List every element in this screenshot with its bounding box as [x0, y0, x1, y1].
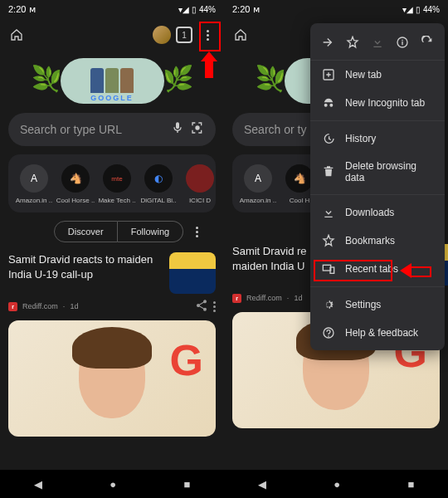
gear-icon — [322, 298, 335, 311]
google-doodle-area[interactable]: 🌿 🌿 GOOGLE — [0, 51, 224, 110]
laurel-icon: 🌿 — [163, 64, 184, 97]
shortcut-item[interactable]: mteMake Tech .. — [96, 164, 138, 204]
status-bar: 2:20 ᴍ ▾◢ ▯ 44% — [224, 0, 448, 18]
help-icon — [322, 326, 335, 339]
search-field[interactable]: Search or type URL — [8, 113, 216, 146]
home-icon — [234, 28, 247, 42]
menu-divider — [310, 194, 445, 195]
search-placeholder: Search or type URL — [20, 123, 164, 136]
article-source: Rediff.com — [22, 302, 58, 310]
download-icon — [322, 206, 335, 219]
system-nav-bar: ◀ ● ■ — [224, 470, 448, 498]
tab-following[interactable]: Following — [118, 221, 183, 242]
nav-home-button[interactable]: ● — [334, 478, 340, 491]
home-icon — [10, 28, 23, 42]
nav-back-button[interactable]: ◀ — [34, 478, 42, 491]
home-button[interactable] — [7, 25, 27, 45]
feed-more-button[interactable] — [190, 227, 203, 237]
shortcut-icon: ◐ — [144, 164, 173, 193]
menu-delete-data[interactable]: Delete browsing data — [310, 153, 445, 191]
menu-divider — [310, 286, 445, 287]
shortcut-item[interactable]: 🐴Cool Horse .. — [55, 164, 96, 204]
profile-avatar[interactable] — [153, 26, 171, 44]
menu-new-tab[interactable]: New tab — [310, 61, 445, 89]
feed-tabs: Discover Following — [8, 221, 216, 242]
phone-screenshot-left: 2:20 ᴍ ▾◢ ▯ 44% 1 🌿 🌿 GOOGLE Search or t… — [0, 0, 224, 498]
laurel-icon: 🌿 — [41, 64, 62, 97]
battery-icon: ▯ — [416, 5, 421, 14]
nav-home-button[interactable]: ● — [110, 478, 116, 491]
shortcuts-panel: AAmazon.in .. 🐴Cool Horse .. mteMake Tec… — [8, 154, 216, 212]
shortcut-icon — [186, 164, 214, 193]
source-favicon: r — [232, 294, 241, 303]
refresh-button[interactable] — [418, 33, 436, 51]
download-button[interactable] — [368, 33, 387, 51]
source-favicon: r — [8, 302, 17, 311]
menu-settings[interactable]: Settings — [310, 290, 445, 319]
annotation-arrow-left — [400, 264, 430, 277]
share-icon[interactable] — [195, 299, 208, 314]
article-time: 1d — [294, 294, 302, 302]
phone-screenshot-right: 2:20 ᴍ ▾◢ ▯ 44% 🌿 🌿 GOOGLE Search or ty … — [224, 0, 448, 498]
battery-percent: 44% — [423, 5, 440, 14]
menu-incognito[interactable]: New Incognito tab — [310, 89, 445, 117]
mic-icon[interactable] — [171, 121, 184, 138]
shortcut-item[interactable]: ICICI D — [179, 164, 216, 204]
status-time: 2:20 — [8, 4, 26, 14]
article-time: 1d — [70, 302, 78, 310]
status-icon-m: ᴍ — [29, 4, 36, 15]
incognito-icon — [322, 96, 335, 110]
more-menu-button[interactable] — [197, 25, 217, 45]
menu-bookmarks[interactable]: Bookmarks — [310, 227, 445, 255]
tab-discover[interactable]: Discover — [54, 221, 118, 242]
menu-history[interactable]: History — [310, 124, 445, 153]
overflow-menu: New tab New Incognito tab History Delete… — [310, 23, 445, 350]
menu-divider — [310, 120, 445, 121]
status-icon-m: ᴍ — [253, 4, 260, 15]
dot-separator: · — [63, 302, 66, 310]
home-button[interactable] — [231, 25, 251, 45]
menu-toolbar — [310, 28, 445, 61]
person-photo — [79, 339, 145, 418]
info-button[interactable] — [393, 33, 411, 51]
nav-back-button[interactable]: ◀ — [258, 478, 266, 491]
system-nav-bar: ◀ ● ■ — [0, 470, 224, 498]
shortcut-item[interactable]: AAmazon.in .. — [237, 164, 279, 204]
article-thumbnail — [169, 252, 216, 294]
svg-rect-2 — [323, 265, 330, 271]
browser-toolbar: 1 — [0, 18, 224, 51]
status-bar: 2:20 ᴍ ▾◢ ▯ 44% — [0, 0, 224, 18]
article-source: Rediff.com — [246, 294, 282, 302]
star-icon — [322, 234, 335, 247]
plus-box-icon — [322, 68, 335, 81]
forward-button[interactable] — [319, 33, 337, 51]
history-icon — [322, 132, 335, 145]
annotation-arrow-up — [203, 53, 217, 78]
bookmark-button[interactable] — [343, 33, 362, 51]
feed-article[interactable]: Samit Dravid reacts to maiden India U-19… — [8, 252, 216, 314]
shortcut-icon: 🐴 — [285, 164, 314, 193]
shortcut-icon: A — [244, 164, 272, 193]
devices-icon — [322, 262, 335, 276]
laurel-icon: 🌿 — [265, 64, 286, 97]
shortcut-icon: A — [20, 164, 48, 193]
battery-icon: ▯ — [192, 5, 197, 14]
wifi-icon: ▾◢ — [402, 5, 413, 14]
tab-switcher-button[interactable]: 1 — [176, 27, 192, 43]
lens-icon[interactable] — [191, 121, 204, 138]
article-more-icon[interactable] — [213, 301, 216, 312]
menu-help[interactable]: Help & feedback — [310, 319, 445, 347]
shortcut-icon: mte — [103, 164, 131, 193]
menu-downloads[interactable]: Downloads — [310, 198, 445, 227]
more-vert-icon — [207, 30, 209, 41]
google-doodle: 🌿 🌿 GOOGLE — [61, 58, 164, 104]
battery-percent: 44% — [199, 5, 216, 14]
nav-recents-button[interactable]: ■ — [407, 478, 414, 491]
google-g-logo: G — [170, 335, 203, 385]
wifi-icon: ▾◢ — [178, 5, 189, 14]
shortcut-item[interactable]: ◐DiGiTAL Bi.. — [138, 164, 179, 204]
shortcut-item[interactable]: AAmazon.in .. — [13, 164, 55, 204]
nav-recents-button[interactable]: ■ — [183, 478, 190, 491]
feed-card-image[interactable]: G — [8, 320, 216, 437]
shortcut-icon: 🐴 — [61, 164, 90, 193]
